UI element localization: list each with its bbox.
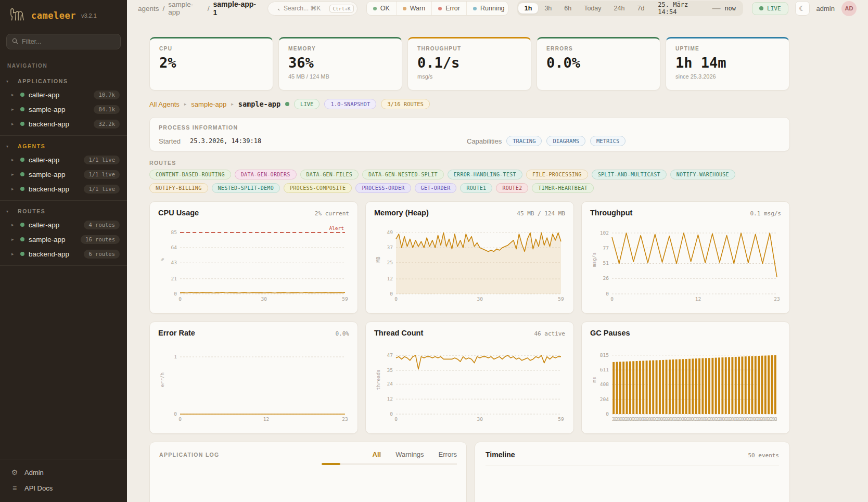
route-chip[interactable]: GET-ORDER <box>415 183 457 193</box>
sidebar-item-admin[interactable]: ⚙ Admin <box>0 465 127 480</box>
route-chip[interactable]: SPLIT-AND-MULTICAST <box>592 170 667 179</box>
section-label: AGENTS <box>18 143 45 149</box>
route-chip[interactable]: DATA-GEN-NESTED-SPLIT <box>362 170 444 179</box>
filter-warn[interactable]: Warn <box>397 2 432 15</box>
sidebar-item-api-docs[interactable]: ≡ API Docs <box>0 480 127 496</box>
chevron-right-icon[interactable]: ▸ <box>11 251 16 256</box>
section-header-routes[interactable]: ▾ ROUTES <box>0 206 127 217</box>
tab-warnings[interactable]: Warnings <box>395 450 424 458</box>
route-chip[interactable]: ERROR-HANDLING-TEST <box>448 170 522 179</box>
routes-title: ROUTES <box>149 160 790 166</box>
gear-icon: ⚙ <box>10 468 19 477</box>
svg-text:30: 30 <box>261 296 267 302</box>
live-indicator[interactable]: LIVE <box>752 2 788 15</box>
route-chip[interactable]: DATA-GEN-FILES <box>300 170 359 179</box>
sidebar-item-sample-app[interactable]: ▸ sample-app 84.1k <box>0 102 127 117</box>
svg-text:37: 37 <box>387 244 393 250</box>
chart-title: GC Pauses <box>590 329 630 337</box>
range-end-now[interactable]: now <box>721 5 742 12</box>
sidebar-item-backend-app[interactable]: ▸ backend-app 32.2k <box>0 117 127 131</box>
kpi-row: CPU 2% MEMORY 36% 45 MB / 124 MB THROUGH… <box>149 37 790 91</box>
section-header-applications[interactable]: ▾ APPLICATIONS <box>0 76 127 87</box>
route-chip[interactable]: TIMER-HEARTBEAT <box>532 183 594 193</box>
svg-text:24: 24 <box>387 381 393 387</box>
caret-down-icon[interactable]: ▾ <box>6 209 11 214</box>
status-dot-icon <box>20 107 24 111</box>
filter-label: Error <box>445 5 460 12</box>
filter-error[interactable]: Error <box>432 2 467 15</box>
svg-text:408: 408 <box>600 381 609 387</box>
route-chip[interactable]: CONTENT-BASED-ROUTING <box>149 170 231 179</box>
range-7d[interactable]: 7d <box>631 3 650 14</box>
section-header-agents[interactable]: ▾ AGENTS <box>0 141 127 152</box>
kpi-sub: msg/s <box>417 73 521 80</box>
item-badge: 84.1k <box>94 105 120 114</box>
route-chip[interactable]: FILE-PROCESSING <box>526 170 588 179</box>
caret-down-icon[interactable]: ▾ <box>6 79 11 84</box>
sidebar-item-agent-caller-app[interactable]: ▸ caller-app 1/1 live <box>0 152 127 167</box>
filter-running[interactable]: Running <box>467 2 508 15</box>
route-chips: CONTENT-BASED-ROUTINGDATA-GEN-ORDERSDATA… <box>149 170 790 193</box>
svg-text:815: 815 <box>600 352 609 358</box>
route-chip[interactable]: DATA-GEN-ORDERS <box>235 170 297 179</box>
range-3h[interactable]: 3h <box>538 3 558 14</box>
route-chip[interactable]: ROUTE2 <box>496 183 528 193</box>
chevron-right-icon[interactable]: ▸ <box>11 186 16 191</box>
kpi-value: 0.1/s <box>417 55 521 71</box>
agent-separator: ▸ <box>184 101 187 107</box>
route-chip[interactable]: NOTIFY-BILLING <box>149 183 208 193</box>
sidebar-filter[interactable] <box>6 34 121 49</box>
sidebar-item-routes-caller-app[interactable]: ▸ caller-app 4 routes <box>0 217 127 232</box>
bottom-row: APPLICATION LOG All Warnings Errors Time… <box>149 442 790 502</box>
kpi-sub: 45 MB / 124 MB <box>288 73 392 80</box>
svg-text:12: 12 <box>263 416 269 422</box>
route-chip[interactable]: NESTED-SPLIT-DEMO <box>212 183 280 193</box>
route-chip[interactable]: ROUTE1 <box>460 183 492 193</box>
chevron-right-icon[interactable]: ▸ <box>11 237 16 242</box>
range-1h[interactable]: 1h <box>518 3 539 14</box>
process-info-row: Started 25.3.2026, 14:39:18 Capabilities… <box>159 136 781 146</box>
breadcrumb-sample-app[interactable]: sample-app <box>168 1 203 16</box>
chevron-right-icon[interactable]: ▸ <box>11 92 16 97</box>
sidebar-item-caller-app[interactable]: ▸ caller-app 10.7k <box>0 87 127 102</box>
chevron-right-icon[interactable]: ▸ <box>11 172 16 177</box>
range-24h[interactable]: 24h <box>608 3 631 14</box>
tab-all[interactable]: All <box>373 450 381 458</box>
item-badge: 16 routes <box>81 235 120 244</box>
tab-errors[interactable]: Errors <box>439 450 457 458</box>
started-label: Started <box>159 137 181 145</box>
chevron-right-icon[interactable]: ▸ <box>11 222 16 227</box>
sidebar-item-routes-sample-app[interactable]: ▸ sample-app 16 routes <box>0 232 127 247</box>
route-chip[interactable]: NOTIFY-WAREHOUSE <box>670 170 735 179</box>
svg-text:%: % <box>159 258 165 261</box>
route-chip[interactable]: PROCESS-ORDER <box>355 183 411 193</box>
charts-grid: CPU Usage 2% current 021436485%03059Aler… <box>149 201 790 434</box>
all-agents-link[interactable]: All Agents <box>149 100 180 108</box>
filter-ok[interactable]: OK <box>367 2 397 15</box>
sidebar-item-routes-backend-app[interactable]: ▸ backend-app 6 routes <box>0 247 127 261</box>
range-today[interactable]: Today <box>578 3 607 14</box>
svg-text:12: 12 <box>695 296 701 302</box>
kpi-card-throughput: THROUGHPUT 0.1/s msg/s <box>407 37 531 91</box>
sidebar-section-applications: ▾ APPLICATIONS ▸ caller-app 10.7k ▸ samp… <box>0 71 127 136</box>
sample-app-link[interactable]: sample-app <box>191 100 226 108</box>
sidebar-item-agent-backend-app[interactable]: ▸ backend-app 1/1 live <box>0 182 127 196</box>
avatar[interactable]: AD <box>841 1 857 16</box>
theme-toggle[interactable]: ☾ <box>795 1 810 16</box>
chevron-right-icon[interactable]: ▸ <box>11 157 16 162</box>
range-6h[interactable]: 6h <box>558 3 578 14</box>
global-search[interactable]: Search... ⌘K Ctrl+K <box>267 2 358 16</box>
filter-input[interactable] <box>22 38 115 45</box>
route-chip[interactable]: PROCESS-COMPOSITE <box>284 183 352 193</box>
range-start-datetime[interactable]: 25. März 14:54 <box>650 1 711 16</box>
docs-icon: ≡ <box>10 484 19 492</box>
chevron-right-icon[interactable]: ▸ <box>11 107 16 112</box>
chevron-right-icon[interactable]: ▸ <box>11 121 16 126</box>
caret-down-icon[interactable]: ▾ <box>6 144 11 149</box>
gc-pauses-card: GC Pauses 0204408611815ms202808202808202… <box>581 321 790 434</box>
breadcrumb-agents[interactable]: agents <box>138 5 159 12</box>
error-dot-icon <box>438 7 442 10</box>
status-dot-icon <box>20 158 24 162</box>
sidebar-item-agent-sample-app[interactable]: ▸ sample-app 1/1 live <box>0 167 127 182</box>
app-name: cameleer <box>31 10 76 21</box>
